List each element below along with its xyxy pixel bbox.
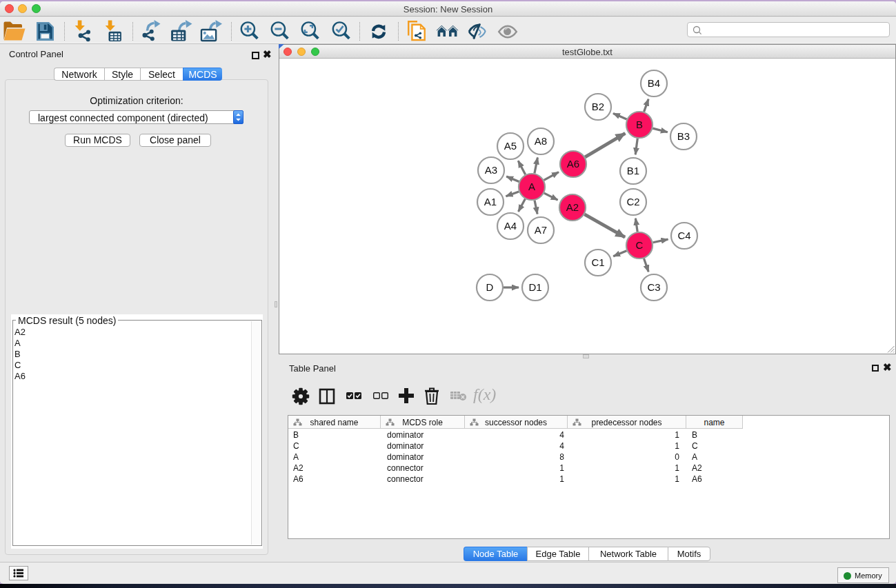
svg-text:A3: A3 <box>485 164 497 176</box>
svg-text:A1: A1 <box>484 196 497 207</box>
svg-text:A5: A5 <box>504 140 517 152</box>
svg-text:C3: C3 <box>647 281 660 293</box>
svg-text:A: A <box>528 181 535 192</box>
svg-text:A7: A7 <box>535 224 547 236</box>
svg-text:D1: D1 <box>528 281 541 293</box>
svg-text:B4: B4 <box>648 77 660 89</box>
svg-text:B2: B2 <box>592 101 604 112</box>
svg-text:A4: A4 <box>504 220 517 232</box>
svg-text:C4: C4 <box>677 230 690 241</box>
svg-text:D: D <box>486 281 494 293</box>
svg-text:A6: A6 <box>567 158 579 170</box>
svg-text:C2: C2 <box>626 196 639 207</box>
svg-text:C1: C1 <box>591 256 604 268</box>
svg-text:A2: A2 <box>566 201 579 213</box>
svg-text:B3: B3 <box>677 130 690 142</box>
svg-text:C: C <box>636 239 644 251</box>
svg-text:B1: B1 <box>627 165 639 176</box>
svg-text:A8: A8 <box>535 135 547 147</box>
svg-text:B: B <box>636 119 643 130</box>
